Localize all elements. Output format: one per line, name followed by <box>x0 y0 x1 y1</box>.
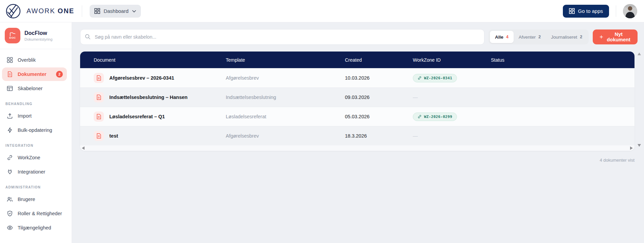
document-file-icon <box>94 131 104 141</box>
sidebar-app-header: DOC DocFlow Dokumentstyring <box>0 22 72 49</box>
filter-tab-count: 2 <box>580 35 582 39</box>
link-icon <box>7 155 13 161</box>
brand-word-1: AWORK <box>26 7 55 15</box>
document-icon <box>7 71 13 77</box>
sidebar-item-bulk-opdatering[interactable]: Bulk-opdatering <box>2 123 67 137</box>
dokumenter-count-badge: 2 <box>56 71 63 78</box>
new-document-button[interactable]: Nyt dokument <box>593 29 638 44</box>
column-header-status: Status <box>491 57 634 63</box>
sidebar-item-roller-rettigheder[interactable]: Roller & Rettigheder <box>2 207 67 220</box>
document-file-icon <box>94 73 104 83</box>
sidebar-app-titles: DocFlow Dokumentstyring <box>24 30 53 41</box>
search-box <box>80 29 484 45</box>
sidebar-item-tilgaengelighed[interactable]: Tilgængelighed <box>2 221 67 235</box>
plug-icon <box>7 169 13 175</box>
brand-wordmark: AWORK ONE <box>26 7 74 15</box>
sidebar-item-label: Brugere <box>18 197 35 202</box>
sidebar-section-behandling: BEHANDLING <box>0 96 72 108</box>
filter-tab-label: Afventer <box>519 35 536 40</box>
main-content: Alle 4 Afventer 2 Journaliseret 2 Nyt do… <box>72 22 644 243</box>
workzone-id-value: WZ-2026-0299 <box>424 115 452 119</box>
sidebar-item-label: Dokumenter <box>18 72 47 77</box>
created-date: 05.03.2026 <box>345 114 413 119</box>
toolbar: Alle 4 Afventer 2 Journaliseret 2 Nyt do… <box>80 29 634 45</box>
apps-grid-icon <box>94 8 100 14</box>
plus-icon <box>600 35 603 39</box>
workzone-id-badge[interactable]: WZ-2026-0341 <box>413 74 457 82</box>
sidebar-item-label: Overblik <box>18 57 36 63</box>
scroll-up-arrow-icon[interactable] <box>638 53 641 55</box>
sidebar-item-label: Import <box>18 113 32 119</box>
search-icon <box>85 34 91 40</box>
new-document-label: Nyt dokument <box>606 32 631 42</box>
document-file-icon <box>94 112 104 122</box>
filter-tab-journaliseret[interactable]: Journaliseret 2 <box>546 31 587 43</box>
documents-table: Document Template Created WorkZone ID St… <box>80 52 634 151</box>
sidebar-item-integrationer[interactable]: Integrationer <box>2 165 67 179</box>
column-header-document: Document <box>94 57 226 63</box>
awork-logo-icon <box>5 3 21 19</box>
table-row[interactable]: Løsladelsesreferat – Q1 Løsladelsesrefer… <box>80 107 634 126</box>
horizontal-scrollbar[interactable] <box>80 145 634 151</box>
template-name: Afgørelsesbrev <box>226 133 345 139</box>
scroll-right-arrow-icon[interactable] <box>630 146 633 150</box>
app-switcher-label: Dashboard <box>104 8 128 14</box>
sidebar-nav: Overblik Dokumenter 2 Skabeloner BEHANDL… <box>0 49 72 235</box>
go-to-apps-button[interactable]: Go to apps <box>563 5 609 18</box>
shield-icon <box>7 210 13 217</box>
docflow-icon-label: DOC <box>9 36 16 39</box>
workzone-id-value: WZ-2026-0341 <box>424 76 452 80</box>
sidebar-item-label: Roller & Rettigheder <box>18 211 62 216</box>
template-icon <box>7 85 13 92</box>
app-switcher-dashboard[interactable]: Dashboard <box>90 5 141 18</box>
sidebar-item-brugere[interactable]: Brugere <box>2 193 67 206</box>
sidebar: DOC DocFlow Dokumentstyring Overblik Dok… <box>0 22 72 243</box>
sidebar-item-import[interactable]: Import <box>2 109 67 123</box>
users-icon <box>7 196 13 202</box>
workzone-id-badge[interactable]: WZ-2026-0299 <box>413 113 457 121</box>
filter-tab-afventer[interactable]: Afventer 2 <box>514 31 546 43</box>
workzone-id-empty: — <box>413 133 491 139</box>
sidebar-item-label: Bulk-opdatering <box>18 127 52 133</box>
sidebar-item-label: WorkZone <box>18 155 40 160</box>
upload-icon <box>7 113 13 119</box>
app-name: DocFlow <box>24 30 53 36</box>
workzone-id-empty: — <box>413 95 491 100</box>
document-file-icon <box>94 92 104 102</box>
sidebar-item-label: Tilgængelighed <box>18 225 51 230</box>
sidebar-section-administration: ADMINISTRATION <box>0 179 72 192</box>
link-icon <box>418 76 422 80</box>
sidebar-item-skabeloner[interactable]: Skabeloner <box>2 82 67 95</box>
table-row[interactable]: test Afgørelsesbrev 18.3.2026 — <box>80 126 634 145</box>
document-cell: Afgørelsesbrev – 2026-0341 <box>94 73 226 83</box>
scroll-down-arrow-icon[interactable] <box>638 144 641 147</box>
link-icon <box>418 115 422 119</box>
document-name: Løsladelsesreferat – Q1 <box>109 114 165 119</box>
sidebar-section-integration: INTEGRATION <box>0 138 72 150</box>
table-row[interactable]: Afgørelsesbrev – 2026-0341 Afgørelsesbre… <box>80 68 634 87</box>
sidebar-item-overblik[interactable]: Overblik <box>2 53 67 67</box>
docflow-app-icon: DOC <box>5 28 20 43</box>
docflow-app: AWORK ONE Dashboard Go <box>0 0 644 243</box>
sidebar-item-dokumenter[interactable]: Dokumenter 2 <box>2 67 67 81</box>
sidebar-item-label: Skabeloner <box>18 86 42 91</box>
scroll-left-arrow-icon[interactable] <box>82 146 85 150</box>
created-date: 18.3.2026 <box>345 133 413 139</box>
sidebar-item-workzone[interactable]: WorkZone <box>2 151 67 164</box>
template-name: Afgørelsesbrev <box>226 75 345 81</box>
search-input[interactable] <box>80 29 484 45</box>
template-name: Indsættelsesbeslutning <box>226 95 345 100</box>
table-row[interactable]: Indsættelsesbeslutning – Hansen Indsætte… <box>80 87 634 107</box>
topbar: AWORK ONE Dashboard Go <box>0 0 644 22</box>
column-header-created: Created <box>345 57 413 63</box>
user-avatar[interactable] <box>623 4 637 18</box>
created-date: 10.03.2026 <box>345 75 413 81</box>
template-name: Løsladelsesreferat <box>226 114 345 119</box>
document-name: test <box>109 133 118 139</box>
go-to-apps-label: Go to apps <box>578 8 603 14</box>
lightning-icon <box>7 127 13 133</box>
grid-icon <box>7 57 13 63</box>
vertical-scrollbar[interactable] <box>637 52 642 148</box>
filter-tab-alle[interactable]: Alle 4 <box>490 31 514 43</box>
document-cell: Indsættelsesbeslutning – Hansen <box>94 92 226 102</box>
